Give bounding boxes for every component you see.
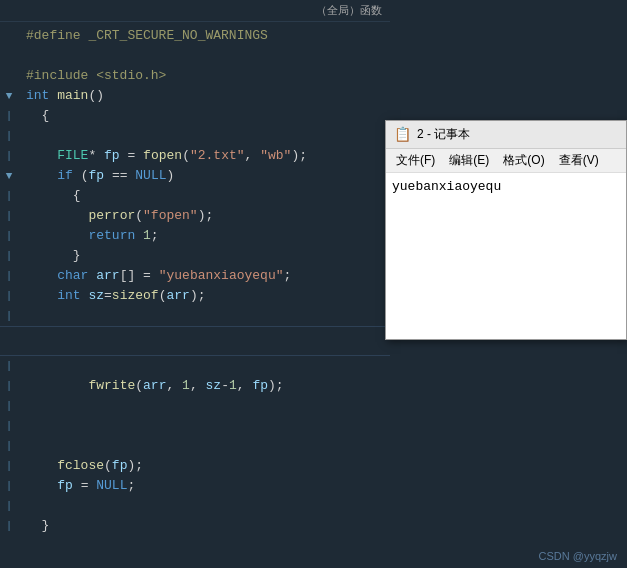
gutter: |: [0, 456, 18, 476]
line-content: #define _CRT_SECURE_NO_WARNINGS: [22, 26, 390, 46]
line-content: if (fp == NULL): [22, 166, 390, 186]
gutter: |: [0, 186, 18, 206]
code-line: |: [0, 306, 390, 326]
gutter: |: [0, 396, 18, 416]
gutter: |: [0, 306, 18, 326]
notepad-titlebar: 📋 2 - 记事本: [386, 121, 626, 149]
notepad-title: 2 - 记事本: [417, 126, 470, 143]
line-content: fp = NULL;: [22, 476, 390, 496]
gutter: |: [0, 246, 18, 266]
code-line: | return 1;: [0, 226, 390, 246]
code-line: | }: [0, 246, 390, 266]
code-line: |: [0, 436, 390, 456]
code-line: | char arr[] = "yuebanxiaoyequ";: [0, 266, 390, 286]
gutter: |: [0, 226, 18, 246]
code-lines: #define _CRT_SECURE_NO_WARNINGS #include…: [0, 22, 390, 540]
code-line: | fwrite(arr, 1, sz-1, fp);: [0, 376, 390, 396]
code-line: | {: [0, 106, 390, 126]
code-line: | {: [0, 186, 390, 206]
code-line: |: [0, 396, 390, 416]
notepad-text: yuebanxiaoyequ: [392, 179, 501, 194]
gutter: |: [0, 516, 18, 536]
menu-format[interactable]: 格式(O): [497, 150, 550, 171]
line-content: [22, 436, 390, 456]
line-content: char arr[] = "yuebanxiaoyequ";: [22, 266, 390, 286]
watermark: CSDN @yyqzjw: [539, 550, 617, 562]
code-line: | FILE* fp = fopen("2.txt", "wb");: [0, 146, 390, 166]
code-line: |: [0, 126, 390, 146]
code-line: |: [0, 416, 390, 436]
gutter: |: [0, 496, 18, 516]
gutter: |: [0, 266, 18, 286]
line-content: fwrite(arr, 1, sz-1, fp);: [22, 376, 390, 396]
scope-indicator: （全局）函数: [316, 3, 382, 18]
line-content: [22, 306, 390, 326]
notepad-menubar: 文件(F) 编辑(E) 格式(O) 查看(V): [386, 149, 626, 173]
code-line: | fp = NULL;: [0, 476, 390, 496]
line-content: {: [22, 106, 390, 126]
gutter: |: [0, 146, 18, 166]
notepad-icon: 📋: [394, 126, 411, 143]
menu-file[interactable]: 文件(F): [390, 150, 441, 171]
code-line: | int sz=sizeof(arr);: [0, 286, 390, 306]
gutter: |: [0, 416, 18, 436]
line-content: }: [22, 516, 390, 536]
code-line: ▼ if (fp == NULL): [0, 166, 390, 186]
gutter: |: [0, 126, 18, 146]
gutter: |: [0, 436, 18, 456]
line-content: [22, 396, 390, 416]
line-content: [22, 126, 390, 146]
line-content: int sz=sizeof(arr);: [22, 286, 390, 306]
section-divider: [0, 326, 390, 356]
code-line: |: [0, 496, 390, 516]
gutter: |: [0, 356, 18, 376]
editor-top-bar: （全局）函数: [0, 0, 390, 22]
line-content: [22, 46, 390, 66]
code-line: [0, 46, 390, 66]
gutter: |: [0, 206, 18, 226]
gutter: |: [0, 476, 18, 496]
gutter: |: [0, 376, 18, 396]
collapse-button[interactable]: ▼: [0, 86, 18, 106]
watermark-text: CSDN @yyqzjw: [539, 550, 617, 562]
line-content: }: [22, 246, 390, 266]
notepad-content: yuebanxiaoyequ: [386, 173, 626, 339]
line-content: perror("fopen");: [22, 206, 390, 226]
code-line: | perror("fopen");: [0, 206, 390, 226]
menu-view[interactable]: 查看(V): [553, 150, 605, 171]
line-content: FILE* fp = fopen("2.txt", "wb");: [22, 146, 390, 166]
line-content: int main(): [22, 86, 390, 106]
code-line: |: [0, 356, 390, 376]
code-line: | fclose(fp);: [0, 456, 390, 476]
code-editor: （全局）函数 #define _CRT_SECURE_NO_WARNINGS #…: [0, 0, 390, 568]
line-content: #include <stdio.h>: [22, 66, 390, 86]
line-content: [22, 416, 390, 436]
code-line: | }: [0, 516, 390, 536]
line-content: fclose(fp);: [22, 456, 390, 476]
code-line: ▼ int main(): [0, 86, 390, 106]
gutter: |: [0, 106, 18, 126]
line-content: {: [22, 186, 390, 206]
menu-edit[interactable]: 编辑(E): [443, 150, 495, 171]
line-content: return 1;: [22, 226, 390, 246]
code-line: #include <stdio.h>: [0, 66, 390, 86]
gutter: |: [0, 286, 18, 306]
code-line: #define _CRT_SECURE_NO_WARNINGS: [0, 26, 390, 46]
notepad-window: 📋 2 - 记事本 文件(F) 编辑(E) 格式(O) 查看(V) yueban…: [385, 120, 627, 340]
line-content: [22, 496, 390, 516]
collapse-button[interactable]: ▼: [0, 166, 18, 186]
line-content: [22, 356, 390, 376]
